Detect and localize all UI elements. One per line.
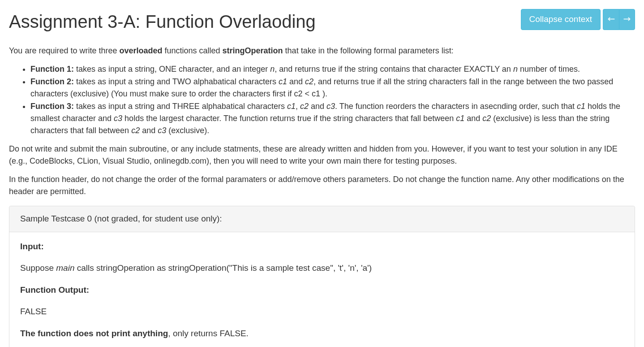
arrow-left-icon: 🡐 xyxy=(608,15,615,24)
sample-testcase-panel: Sample Testcase 0 (not graded, for stude… xyxy=(9,206,635,347)
next-button[interactable]: 🡒 xyxy=(619,9,635,30)
header-actions: Collapse context 🡐 🡒 xyxy=(521,9,635,30)
prev-button[interactable]: 🡐 xyxy=(603,9,619,30)
panel-body: Input: Suppose main calls stringOperatio… xyxy=(9,232,635,340)
input-label: Input: xyxy=(20,242,44,251)
list-item: Function 2: takes as input a string and … xyxy=(30,76,635,100)
function-list: Function 1: takes as input a string, ONE… xyxy=(9,63,635,137)
panel-heading: Sample Testcase 0 (not graded, for stude… xyxy=(9,206,635,232)
input-text: Suppose main calls stringOperation as st… xyxy=(20,262,624,275)
note-paragraph-2: In the function header, do not change th… xyxy=(9,174,635,198)
note-paragraph-1: Do not write and submit the main subrout… xyxy=(9,143,635,167)
intro-paragraph: You are required to write three overload… xyxy=(9,45,635,57)
output-value: FALSE xyxy=(20,305,624,318)
output-label: Function Output: xyxy=(20,285,89,295)
list-item: Function 3: takes as input a string and … xyxy=(30,100,635,137)
output-note: The function does not print anything, on… xyxy=(20,327,624,340)
collapse-context-button[interactable]: Collapse context xyxy=(521,9,601,30)
list-item: Function 1: takes as input a string, ONE… xyxy=(30,63,635,75)
arrow-right-icon: 🡒 xyxy=(623,15,631,24)
page-title: Assignment 3-A: Function Overlaoding xyxy=(9,8,316,35)
